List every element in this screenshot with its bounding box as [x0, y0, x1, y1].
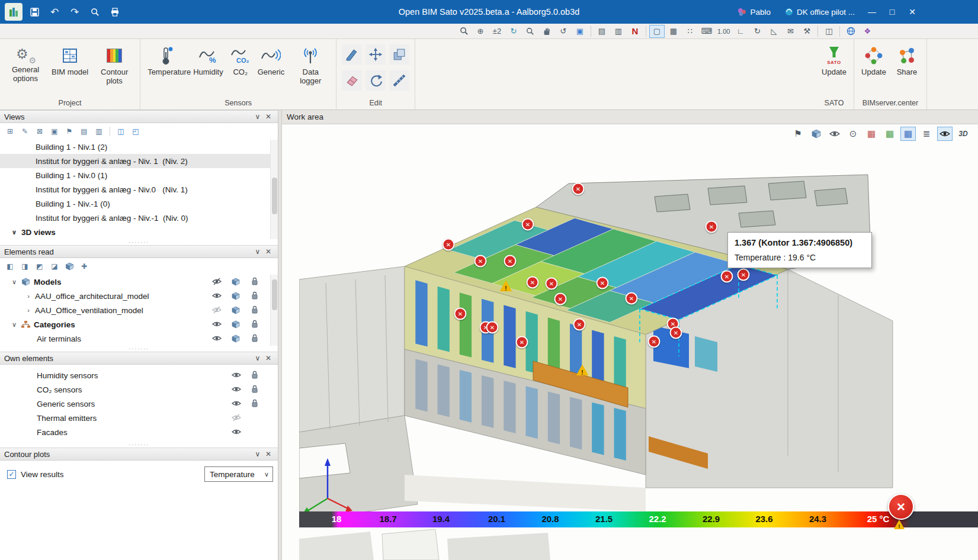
measure-edit-button[interactable] — [389, 70, 409, 91]
visibility-toggle[interactable] — [212, 278, 222, 285]
data-logger-button[interactable]: Data logger — [288, 41, 332, 89]
panel-resize-handle[interactable]: ······· — [0, 239, 278, 245]
find-elements-button[interactable] — [456, 25, 472, 38]
co2-sensor-button[interactable]: CO₂ CO₂ — [227, 41, 254, 81]
lock-toggle[interactable] — [251, 371, 258, 379]
minimize-button[interactable]: — — [863, 4, 881, 20]
user-badge[interactable]: Pablo — [732, 6, 777, 18]
isolate-button[interactable] — [63, 260, 76, 272]
sensor-marker[interactable]: ✕ — [721, 271, 733, 283]
shaded-view-button[interactable] — [937, 127, 953, 141]
pin-view-button[interactable]: ⚑ — [63, 125, 76, 137]
undo-button[interactable]: ↶ — [46, 4, 63, 20]
sensor-marker[interactable]: ✕ — [504, 255, 517, 268]
lock-toggle[interactable] — [251, 305, 258, 314]
scale-display-button[interactable]: 1.00 — [716, 25, 732, 38]
3d-mode-button[interactable]: 3D — [955, 127, 971, 141]
sensor-marker[interactable]: ✕ — [486, 321, 499, 334]
solid-toggle[interactable] — [232, 334, 240, 343]
expand-all-button[interactable]: ◧ — [4, 260, 17, 272]
new-view-button[interactable]: ⊞ — [4, 125, 17, 137]
sensor-marker[interactable]: ✕ — [626, 292, 638, 305]
navisworks-button[interactable]: N — [627, 25, 643, 38]
3d-viewport[interactable]: ⚑ ⊙ ▦ ▦ ▦ ≣ 3D 1.367 (Kontor 1.367:49068… — [282, 124, 978, 560]
close-contour-button[interactable]: ✕ — [263, 449, 274, 459]
pin-view-button[interactable]: ⚑ — [790, 127, 806, 141]
print-button[interactable] — [107, 4, 123, 20]
generic-sensor-button[interactable]: Generic — [255, 41, 288, 81]
app-logo-icon[interactable] — [5, 3, 23, 21]
sensor-marker[interactable]: ✕ — [454, 308, 467, 320]
sensor-marker[interactable]: ✕ — [546, 278, 558, 290]
view-item[interactable]: Building 1 - Niv.1 (2) — [0, 140, 278, 154]
sensor-marker[interactable]: ✕ — [527, 276, 539, 289]
sensor-marker[interactable]: ✕ — [597, 277, 609, 289]
sensor-marker[interactable]: ✕ — [670, 327, 682, 339]
move-button[interactable] — [365, 44, 386, 65]
close-own-elements-button[interactable]: ✕ — [263, 353, 274, 363]
show-hide-button[interactable] — [827, 127, 842, 141]
tools-button[interactable]: ⚒ — [799, 25, 815, 38]
sensor-marker[interactable]: ✕ — [573, 318, 586, 331]
probe-button[interactable]: ✚ — [78, 260, 91, 272]
export-drawing-button[interactable]: ▥ — [611, 25, 626, 38]
save-button[interactable] — [26, 4, 43, 20]
view-item-selected[interactable]: Institut for byggeri & anlæg - Niv. 1 (N… — [0, 154, 278, 168]
capture-view-button[interactable]: ▣ — [572, 25, 588, 38]
edit-view-button[interactable]: ✎ — [18, 125, 31, 137]
temperature-sensor-button[interactable]: Temperature — [144, 41, 189, 81]
window-layout-button[interactable]: ◫ — [821, 25, 836, 38]
view-results-checkbox[interactable]: ✓ — [7, 470, 16, 479]
hide-all-button[interactable]: ◪ — [48, 260, 61, 272]
search-button[interactable] — [86, 4, 103, 20]
sensor-marker[interactable]: ✕ — [572, 183, 585, 195]
solid-toggle[interactable] — [232, 278, 240, 286]
open-plan-button[interactable]: ◫ — [114, 125, 127, 137]
sensor-marker[interactable]: ✕ — [554, 293, 567, 305]
eraser-button[interactable] — [342, 70, 362, 91]
pan-button[interactable] — [539, 25, 554, 38]
view-frame-a-button[interactable]: ▤ — [78, 125, 91, 137]
frame-toggle-button[interactable]: ▢ — [649, 25, 665, 38]
comments-button[interactable]: ✉ — [783, 25, 798, 38]
analysis-grid-button[interactable]: ▦ — [882, 127, 897, 141]
visibility-toggle-off[interactable] — [232, 414, 241, 421]
show-all-button[interactable]: ◩ — [33, 260, 46, 272]
bimserver-update-button[interactable]: Update — [858, 41, 890, 81]
collapse-contour-button[interactable]: ∨ — [252, 449, 263, 459]
own-item-thermal[interactable]: Thermal emitters — [0, 411, 278, 425]
solid-toggle[interactable] — [232, 292, 240, 300]
view-item[interactable]: Building 1 - Niv.0 (1) — [0, 168, 278, 182]
edit-pencil-button[interactable] — [342, 44, 362, 65]
warning-marker[interactable]: ! — [576, 365, 589, 376]
collapse-all-button[interactable]: ◨ — [18, 260, 31, 272]
solid-toggle[interactable] — [232, 306, 240, 314]
rotate-button[interactable] — [365, 70, 386, 91]
visibility-toggle[interactable] — [212, 320, 222, 328]
lock-toggle[interactable] — [251, 385, 258, 393]
contour-plots-button[interactable]: Contour plots — [92, 41, 136, 89]
maximize-button[interactable]: □ — [883, 4, 901, 20]
layers-button[interactable]: ≣ — [919, 127, 934, 141]
sensor-marker[interactable]: ✕ — [474, 255, 487, 268]
tree-group-categories[interactable]: ∨ Categories — [0, 317, 278, 332]
visibility-toggle[interactable] — [232, 428, 241, 436]
sensor-marker[interactable]: ✕ — [648, 336, 660, 348]
snap-toggle-button[interactable]: ∷ — [682, 25, 698, 38]
share-button[interactable]: Share — [891, 41, 923, 81]
view-item[interactable]: Building 1 - Niv.-1 (0) — [0, 197, 278, 211]
tree-group-models[interactable]: ∨ Models — [0, 275, 278, 289]
general-options-button[interactable]: ⚙⚙ General options — [4, 41, 47, 87]
view-item[interactable]: Institut for byggeri & anlæg - Niv.0 (Ni… — [0, 182, 278, 197]
project-badge[interactable]: DK office pilot ... — [779, 6, 861, 18]
zoom-scale-button[interactable]: ±2 — [489, 25, 505, 38]
own-item-facades[interactable]: Facades — [0, 425, 278, 439]
sensor-marker[interactable]: ✕ — [706, 221, 718, 233]
close-elements-panel-button[interactable]: ✕ — [263, 247, 274, 256]
measure-button[interactable]: ◺ — [766, 25, 781, 38]
bim-sync-button[interactable]: ❖ — [860, 25, 875, 38]
collapse-elements-button[interactable]: ∨ — [252, 247, 263, 256]
visibility-toggle[interactable] — [232, 385, 241, 393]
results-table-button[interactable]: ▦ — [864, 127, 879, 141]
duplicate-button[interactable] — [389, 44, 409, 65]
